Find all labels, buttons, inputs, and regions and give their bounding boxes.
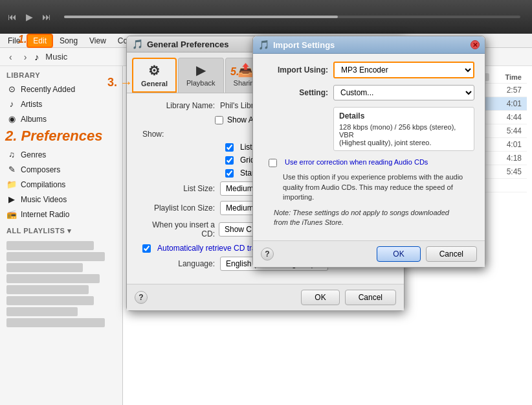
sharing-tab-icon: 📤: [238, 62, 254, 78]
tab-general[interactable]: ⚙ General: [132, 58, 177, 93]
library-name-label: Library Name:: [137, 101, 215, 110]
sidebar-label-recently-added: Recently Added: [21, 85, 75, 94]
back-button[interactable]: ‹: [5, 51, 16, 64]
sidebar-label-composers: Composers: [21, 165, 60, 174]
sidebar-label-albums: Albums: [21, 115, 47, 124]
step2-label: 2. Preferences: [0, 126, 122, 147]
import-content: Import Using: MP3 Encoder AAC Encoder AI…: [253, 54, 485, 240]
sidebar-item-internet-radio[interactable]: 📻 Internet Radio: [0, 207, 122, 222]
insert-cd-label: When you insert a CD:: [137, 220, 215, 238]
sidebar-item-music-videos[interactable]: ▶ Music Videos: [0, 192, 122, 207]
list-size-label: List Size:: [137, 184, 215, 193]
error-correction-checkbox[interactable]: [269, 159, 277, 167]
import-using-select[interactable]: MP3 Encoder AAC Encoder AIFF Encoder App…: [333, 62, 474, 78]
import-help-button[interactable]: ?: [261, 248, 274, 260]
playback-tab-icon: ▶: [196, 62, 206, 78]
language-label: Language:: [137, 259, 215, 268]
error-correction-desc: Use this option if you experience proble…: [278, 172, 474, 202]
next-button[interactable]: ⏭: [39, 10, 54, 23]
prefs-dialog-footer: ? OK Cancel: [127, 284, 404, 310]
import-titlebar: 🎵 Import Settings ✕: [253, 36, 485, 54]
sidebar-item-composers[interactable]: ✎ Composers: [0, 162, 122, 177]
sidebar-item-artists[interactable]: ♪ Artists: [0, 97, 122, 111]
sidebar-item-albums[interactable]: ◉ Albums: [0, 111, 122, 126]
toolbar: ⏮ ▶ ⏭: [0, 0, 532, 34]
prev-button[interactable]: ⏮: [5, 10, 19, 23]
sidebar-label-music-videos: Music Videos: [21, 195, 67, 204]
details-title: Details: [339, 111, 469, 121]
tab-general-label: General: [141, 80, 168, 87]
import-dialog-icon: 🎵: [258, 40, 269, 50]
setting-row: Setting: Custom... Good Quality (128 kbp…: [263, 85, 474, 100]
prefs-help-button[interactable]: ?: [135, 291, 148, 304]
progress-fill: [64, 16, 338, 18]
playlists-section-title[interactable]: All Playlists ▾: [0, 222, 122, 238]
star-ratings-checkbox[interactable]: [225, 169, 234, 178]
artist-icon: ♪: [6, 99, 17, 109]
genre-icon: ♫: [6, 150, 17, 159]
step5-label: 5.: [230, 66, 239, 78]
playlist-list: [0, 238, 122, 330]
sidebar: Library ⊙ Recently Added ♪ Artists ◉ Alb…: [0, 66, 123, 405]
menu-view[interactable]: View: [84, 35, 111, 47]
setting-label: Setting:: [263, 88, 328, 97]
menu-edit[interactable]: Edit: [27, 34, 53, 48]
itunes-window: ⏮ ▶ ⏭ File Edit Song View Controls Accou…: [0, 0, 532, 405]
grid-view-checkbox[interactable]: [225, 156, 234, 165]
composer-icon: ✎: [6, 165, 17, 174]
sidebar-label-internet-radio: Internet Radio: [21, 210, 69, 219]
import-using-container: Import Using: MP3 Encoder AAC Encoder AI…: [263, 62, 474, 78]
details-box: Details 128 kbps (mono) / 256 kbps (ster…: [333, 107, 474, 151]
prefs-cancel-button[interactable]: Cancel: [345, 290, 396, 305]
import-ok-button[interactable]: OK: [377, 246, 420, 262]
itunes-note: Note: These settings do not apply to son…: [263, 208, 474, 233]
sidebar-item-genres[interactable]: ♫ Genres: [0, 147, 122, 162]
tab-playback[interactable]: ▶ Playback: [178, 58, 224, 93]
music-label: Music: [45, 52, 67, 62]
play-button[interactable]: ▶: [23, 10, 36, 23]
album-icon: ◉: [6, 114, 17, 124]
setting-select[interactable]: Custom... Good Quality (128 kbps) High Q…: [333, 85, 474, 100]
import-cancel-button[interactable]: Cancel: [426, 246, 477, 262]
sidebar-item-compilations[interactable]: 📁 Compilations: [0, 177, 122, 192]
sidebar-label-genres: Genres: [21, 150, 46, 159]
list-view-checkbox[interactable]: [225, 143, 234, 152]
step3-label: 3.→: [107, 75, 133, 90]
video-icon: ▶: [6, 194, 17, 204]
forward-button[interactable]: ›: [20, 51, 31, 64]
error-correction-row: Use error correction when reading Audio …: [263, 157, 474, 167]
sidebar-label-artists: Artists: [21, 100, 42, 109]
import-using-label: Import Using:: [263, 65, 328, 75]
tab-playback-label: Playback: [186, 79, 216, 87]
sidebar-label-compilations: Compilations: [21, 180, 65, 189]
import-dialog-title: Import Settings: [273, 40, 467, 50]
auto-retrieve-checkbox[interactable]: [142, 244, 151, 253]
progress-bar[interactable]: [64, 16, 520, 18]
close-button[interactable]: ✕: [471, 40, 480, 49]
prefs-dialog-icon: 🎵: [132, 39, 143, 49]
radio-icon: 📻: [6, 209, 17, 219]
show-apple-checkbox[interactable]: [215, 116, 223, 124]
sidebar-item-recently-added[interactable]: ⊙ Recently Added: [0, 82, 122, 97]
compilation-icon: 📁: [6, 179, 17, 189]
details-text: 128 kbps (mono) / 256 kbps (stereo), VBR…: [339, 123, 469, 146]
prefs-ok-button[interactable]: OK: [301, 290, 339, 305]
playlist-icon-label: Playlist Icon Size:: [137, 203, 215, 213]
import-settings-dialog: 🎵 Import Settings ✕ 5. Import Using: MP3…: [252, 36, 485, 268]
error-correction-label: Use error correction when reading Audio …: [285, 157, 428, 167]
menu-song[interactable]: Song: [54, 35, 83, 47]
import-footer: ? OK Cancel: [253, 240, 485, 267]
general-tab-icon: ⚙: [148, 63, 160, 78]
step1-label: 1.: [18, 34, 27, 45]
clock-icon: ⊙: [6, 84, 17, 94]
library-section-title: Library: [0, 66, 122, 82]
import-using-row: Import Using: MP3 Encoder AAC Encoder AI…: [263, 62, 474, 78]
